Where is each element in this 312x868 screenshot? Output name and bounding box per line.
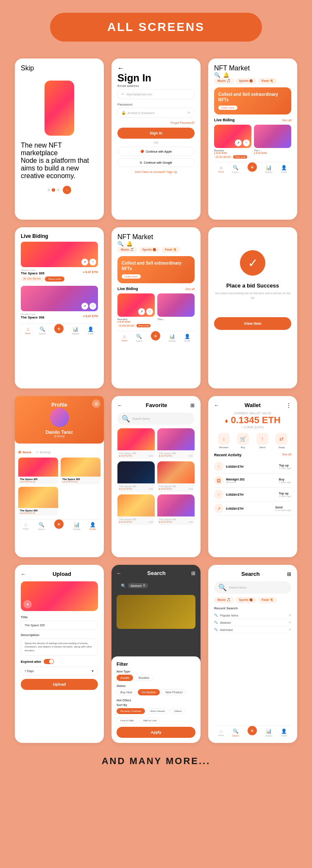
search-icon-nft2[interactable]: 🔍 (117, 241, 124, 247)
tag-bundles[interactable]: Bundles (135, 675, 153, 681)
back-arrow-wallet[interactable]: ← (214, 402, 219, 408)
tag-new-product[interactable]: New Product (162, 689, 186, 695)
search-light-bar[interactable]: 🔍 Search Items (214, 581, 291, 594)
apply-button[interactable]: Apply (117, 727, 195, 738)
back-arrow-upload[interactable]: ← (21, 571, 26, 577)
nft-thumb-2[interactable] (254, 125, 291, 148)
nav-add[interactable]: + (248, 165, 257, 173)
bell-icon[interactable]: 🔔 (223, 72, 229, 78)
upload-thumb[interactable]: ✦ (21, 581, 98, 611)
view-item-button[interactable]: View Item (214, 317, 291, 330)
recent-popular-text[interactable]: 🔍 Popular Items (214, 614, 238, 617)
recent-astronaut-text[interactable]: 🔍 Astronaut (214, 628, 233, 631)
signup-link[interactable]: Sign Up (167, 170, 177, 173)
nav-add-2[interactable]: + (54, 327, 64, 335)
add-icon-profile[interactable]: + (54, 519, 64, 529)
share-icon-nft2[interactable]: ↗ (138, 308, 145, 315)
remove-abstract[interactable]: ✕ (289, 621, 291, 624)
tag-food-2[interactable]: Food 🍕 (162, 247, 180, 253)
tag-music-light[interactable]: Music 🎵 (214, 597, 234, 603)
description-field[interactable]: Space the domain of settings and surroun… (21, 639, 98, 656)
share-icon[interactable]: ↗ (235, 140, 242, 146)
tag-music[interactable]: Music 🎵 (214, 78, 234, 84)
fav-thumb-4[interactable] (157, 461, 195, 483)
tag-music-2[interactable]: Music 🎵 (117, 247, 137, 253)
nav-search-search[interactable]: 🔍 Search (232, 728, 239, 737)
eye-icon[interactable]: 👁 (187, 111, 191, 115)
forgot-password[interactable]: Forgot Password? (117, 121, 195, 124)
wallet-recieve[interactable]: ↓ Recieve (218, 433, 230, 449)
nav-stat-profile[interactable]: 📊 Statistic (73, 522, 81, 530)
nav-statistic-2[interactable]: 📊 Statistic (72, 327, 80, 335)
bell-icon-nft2[interactable]: 🔔 (126, 241, 133, 247)
tag-buy-now[interactable]: Buy Now (117, 689, 136, 695)
learn-more-btn-2[interactable]: Learn more (122, 274, 141, 279)
wallet-send[interactable]: ↑ Send (256, 433, 268, 449)
nav-profile-search[interactable]: 👤 Profile (281, 728, 287, 737)
heart-icon-bid1[interactable]: ♡ (89, 259, 96, 265)
nav-home-2[interactable]: ⌂ Home (25, 327, 31, 335)
wallet-swap[interactable]: ⇄ Swap (276, 433, 287, 449)
place-bid-2[interactable]: Place a bid (136, 324, 150, 327)
nav-home-profile[interactable]: ⌂ Home (23, 522, 28, 530)
back-arrow-search-dark[interactable]: ← (117, 570, 122, 576)
signin-button[interactable]: Sign In (117, 128, 195, 139)
profile-thumb-1[interactable] (18, 458, 58, 477)
nav-home-nft2[interactable]: ⌂ Home (122, 334, 127, 342)
learn-more-btn[interactable]: Learn more (218, 106, 237, 110)
filter-icon-dark[interactable]: ⊞ (191, 570, 195, 576)
filter-icon-fav[interactable]: ⊞ (190, 402, 195, 408)
wallet-buy[interactable]: 🛒 Buy (237, 433, 249, 449)
fav-thumb-2[interactable] (157, 428, 195, 450)
nft2-thumb-1[interactable]: ↗ ♡ (117, 293, 155, 317)
tag-food-light[interactable]: Food 🍕 (258, 597, 277, 603)
expired-toggle[interactable] (44, 659, 54, 664)
back-arrow[interactable]: ← (117, 64, 195, 72)
profile-thumb-2[interactable] (61, 458, 100, 477)
nav-profile-nft2[interactable]: 👤 Profile (184, 334, 190, 342)
tab-items[interactable]: ⊞ Items (18, 450, 31, 454)
nav-stat-nft2[interactable]: 📊 Statistic (169, 334, 176, 342)
add-icon[interactable]: + (248, 162, 257, 172)
sort-most-viewed[interactable]: Most Viewed (147, 708, 169, 714)
tag-sports-2[interactable]: Sports 🏀 (139, 247, 160, 253)
sort-oldest[interactable]: Oldest (170, 708, 185, 714)
share-icon-bid1[interactable]: ↗ (81, 259, 88, 265)
place-bid-btn-small[interactable]: Place a bid (233, 155, 247, 159)
nav-search-nft2[interactable]: 🔍 Search (136, 334, 142, 342)
next-arrow[interactable]: › (63, 186, 71, 194)
see-all-2-btn[interactable]: See all (186, 287, 195, 290)
nav-search-2[interactable]: 🔍 Search (39, 327, 46, 335)
search-tag[interactable]: Abstract ✕ (128, 583, 148, 588)
fav-thumb-3[interactable] (117, 461, 155, 483)
nav-stat-search[interactable]: 📊 Statistic (265, 728, 273, 737)
remove-tag-icon[interactable]: ✕ (143, 584, 145, 587)
bid-thumb-1[interactable]: ↗ ♡ (21, 242, 98, 267)
back-arrow-fav[interactable]: ← (117, 402, 123, 408)
nav-profile-profile[interactable]: 👤 Profile (90, 522, 96, 530)
sort-recently[interactable]: Recently Checked (117, 708, 145, 714)
filter-icon-light[interactable]: ⊞ (287, 571, 291, 577)
profile-thumb-3[interactable] (18, 487, 58, 508)
bid-thumb-2[interactable]: ↗ ♡ (21, 286, 98, 311)
nft2-thumb-2[interactable] (157, 293, 195, 317)
tag-on-auction[interactable]: On Auction (138, 689, 160, 695)
nft-thumb-1[interactable]: ↗ ♡ (214, 125, 251, 148)
settings-icon[interactable]: ⚙ (92, 399, 100, 408)
more-icon-wallet[interactable]: ⋮ (286, 402, 291, 408)
fav-thumb-5[interactable] (117, 494, 155, 516)
tag-food[interactable]: Food 🍕 (258, 78, 277, 84)
heart-icon-bid2[interactable]: ♡ (89, 303, 96, 310)
fav-thumb-6[interactable] (157, 494, 195, 516)
apple-signin-button[interactable]: 🍎 Continue with Apple (117, 147, 195, 156)
tab-activity[interactable]: ↗ Activity (36, 450, 50, 454)
nav-search-profile[interactable]: 🔍 Search (38, 522, 45, 530)
add-icon-2[interactable]: + (54, 324, 64, 333)
upload-button[interactable]: Upload (21, 679, 98, 690)
fav-thumb-1[interactable] (117, 428, 155, 450)
google-signin-button[interactable]: G Continue with Google (117, 158, 195, 167)
nav-statistic[interactable]: 📊 Statistic (265, 165, 273, 173)
recent-abstract-text[interactable]: 🔍 Abstract (214, 621, 231, 624)
email-input[interactable]: ✉ Myemail@mail.com (117, 89, 195, 99)
see-all-wallet[interactable]: See all (282, 453, 291, 457)
